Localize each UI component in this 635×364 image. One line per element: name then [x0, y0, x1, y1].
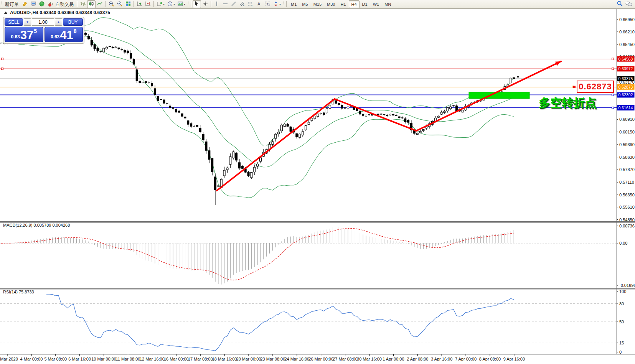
buy-button[interactable]: BUY [63, 18, 83, 26]
auto-scroll-icon [137, 1, 143, 8]
volume-decrease-button[interactable]: ▼ [24, 18, 31, 26]
timeframe-button-h1[interactable]: H1 [338, 0, 348, 8]
time-tick-label: 7 Apr 00:00 [455, 357, 477, 361]
zoom-out-icon [117, 1, 123, 8]
rsi-tick-label: 15 [619, 341, 624, 345]
cursor-tool-button[interactable] [193, 0, 201, 8]
sell-button[interactable]: SELL [5, 18, 23, 26]
candle-body [323, 113, 325, 115]
templates-button[interactable]: ▾ [176, 0, 186, 8]
price-tick-label: 0.56350 [619, 193, 635, 197]
chart-title: AUDUSD-,H4 0.63440 0.63464 0.63348 0.633… [4, 10, 110, 15]
line-chart-icon [97, 1, 103, 8]
buy-price-pip: 8 [74, 28, 77, 34]
macd-indicator-label: MACD(12,26,9) 0.005789 0.004268 [3, 223, 70, 227]
equidistant-channel-button[interactable]: E [238, 0, 246, 8]
callout-anchor-handle[interactable] [573, 86, 576, 88]
search-button[interactable] [615, 0, 624, 8]
turning-point-annotation[interactable]: 多空转折点 [539, 95, 596, 111]
time-tick-label: 3 Apr 16:00 [431, 357, 452, 361]
candle-body [338, 103, 340, 105]
chat-button[interactable] [624, 0, 633, 8]
candle-body [371, 115, 373, 115]
candle-body [359, 111, 361, 114]
fibonacci-button[interactable]: F [246, 0, 255, 8]
buy-price-panel[interactable]: 0.63 41 8 [45, 27, 83, 42]
trendline-button[interactable] [229, 0, 238, 8]
line-chart-button[interactable] [96, 0, 104, 8]
highlight-zone-rect[interactable] [469, 92, 529, 99]
time-tick-label: 18 Mar 16:00 [212, 357, 237, 361]
candle-body [513, 77, 515, 79]
autotrading-button[interactable]: 自动交易 [46, 0, 76, 8]
candle-body [320, 113, 322, 114]
text-label-button[interactable]: T [263, 0, 272, 8]
dropdown-caret-icon: ▾ [173, 3, 175, 6]
timeframe-button-m5[interactable]: M5 [299, 0, 310, 8]
line-anchor-handle[interactable] [612, 58, 614, 60]
chart-canvas[interactable]: 0.669500.662100.654500.646900.631700.609… [0, 8, 635, 364]
price-callout-box[interactable]: 0.62873 [577, 81, 614, 93]
volume-increase-button[interactable]: ▲ [55, 18, 62, 26]
time-tick-label: 11 Mar 08:00 [115, 357, 140, 361]
candle-body [419, 131, 421, 133]
panel-toggle-icon[interactable] [4, 12, 8, 14]
timeframe-button-m15[interactable]: M15 [311, 0, 324, 8]
periods-button[interactable]: ▾ [166, 0, 176, 8]
candle-body [139, 81, 141, 83]
line-anchor-handle[interactable] [612, 94, 614, 96]
vertical-line-button[interactable] [213, 0, 221, 8]
timeframe-button-h4[interactable]: H4 [349, 0, 360, 8]
candle-body [329, 105, 331, 108]
candle-body [455, 106, 457, 110]
time-tick-label: 26 Mar 00:00 [308, 357, 333, 361]
sell-price-pip: 5 [34, 28, 37, 34]
zoom-in-button[interactable] [107, 0, 115, 8]
auto-scroll-button[interactable] [135, 0, 144, 8]
new-order-label: 新订单 [5, 1, 19, 8]
sell-price-panel[interactable]: 0.63 37 5 [5, 27, 43, 42]
horizontal-line-button[interactable] [221, 0, 229, 8]
text-icon: A [256, 1, 262, 8]
timeframe-button-d1[interactable]: D1 [360, 0, 370, 8]
metaeditor-button[interactable] [21, 0, 29, 8]
vps-button[interactable] [29, 0, 38, 8]
candle-body [103, 48, 105, 52]
chat-icon [625, 1, 632, 8]
line-anchor-handle[interactable] [612, 68, 614, 70]
candle-body [440, 112, 442, 114]
text-tool-button[interactable]: A [255, 0, 263, 8]
candle-body [365, 115, 367, 116]
chart-shift-button[interactable] [144, 0, 152, 8]
candle-body [510, 78, 512, 83]
text-label-icon: T [264, 1, 270, 8]
timeframe-button-m30[interactable]: M30 [324, 0, 338, 8]
candle-body [437, 116, 439, 117]
line-anchor-handle[interactable] [612, 107, 614, 109]
timeframe-button-mn[interactable]: MN [382, 0, 394, 8]
timeframe-button-m1[interactable]: M1 [288, 0, 299, 8]
candle-body [280, 125, 282, 131]
candle-body [226, 168, 228, 170]
candle-body [272, 142, 274, 144]
tile-windows-button[interactable] [124, 0, 132, 8]
candle-body [118, 48, 120, 49]
timeframe-button-w1[interactable]: W1 [370, 0, 382, 8]
line-anchor-handle[interactable] [2, 68, 3, 70]
candle-body [133, 59, 135, 64]
candle-body [462, 110, 463, 112]
line-anchor-handle[interactable] [2, 58, 3, 60]
zoom-out-button[interactable] [115, 0, 124, 8]
community-button[interactable] [38, 0, 46, 8]
dropdown-caret-icon: ▾ [279, 3, 281, 6]
bar-chart-button[interactable] [79, 0, 87, 8]
candle-body [181, 114, 183, 116]
new-order-button[interactable]: 新订单 [3, 0, 21, 8]
candlestick-chart-button[interactable] [87, 0, 96, 8]
trendline-icon [231, 1, 237, 8]
crosshair-tool-button[interactable] [201, 0, 209, 8]
arrows-tool-button[interactable]: ▾ [272, 0, 282, 8]
indicators-button[interactable]: ▾ [155, 0, 166, 8]
volume-input[interactable] [32, 18, 54, 26]
price-tick-label: 0.60150 [619, 130, 635, 134]
